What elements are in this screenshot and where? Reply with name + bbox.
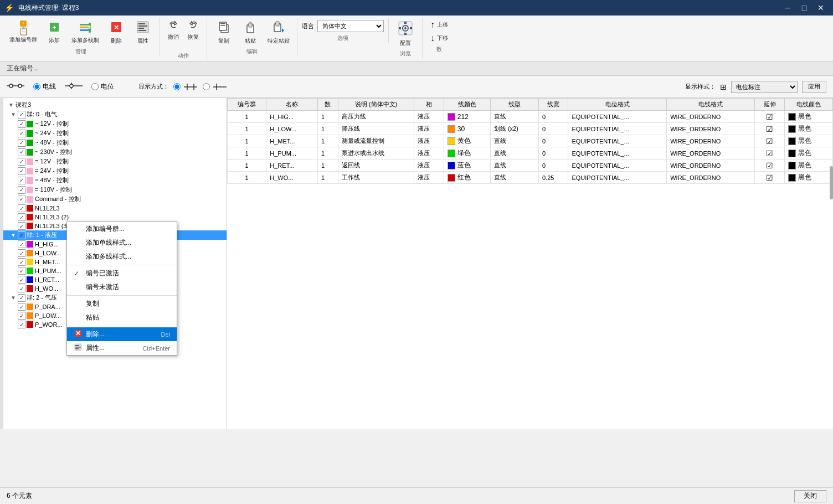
- close-window-button[interactable]: ✕: [813, 2, 829, 13]
- item-12v-checkbox[interactable]: [18, 120, 25, 128]
- table-row[interactable]: 1H_PUM...1泵进水或出水线液压 绿色 直线0EQUIPOTENTIAL_…: [228, 147, 833, 160]
- ctx-copy[interactable]: 复制: [67, 297, 177, 311]
- item-48v[interactable]: ~ 48V - 控制: [3, 138, 227, 147]
- group-2-checkbox[interactable]: [18, 294, 25, 302]
- item-nl1-3-checkbox[interactable]: [18, 222, 25, 230]
- item-dc24v-checkbox[interactable]: [18, 167, 25, 175]
- item-12v[interactable]: ~ 12V - 控制: [3, 119, 227, 128]
- cell-desc: 工作线: [338, 172, 414, 184]
- ctx-disable-numbering[interactable]: 编号未激活: [67, 280, 177, 294]
- item-24v[interactable]: ~ 24V - 控制: [3, 128, 227, 138]
- copy-button[interactable]: 复制: [212, 19, 236, 47]
- group-0-expand-icon[interactable]: ▼: [9, 111, 18, 117]
- group-2-expand-icon[interactable]: ▼: [9, 295, 18, 301]
- item-hret-checkbox[interactable]: [18, 276, 25, 284]
- item-dc12v-checkbox[interactable]: [18, 158, 25, 166]
- item-hhig-checkbox[interactable]: [18, 240, 25, 248]
- group-1-expand-icon[interactable]: ▼: [9, 232, 18, 238]
- minimize-button[interactable]: ─: [780, 2, 795, 13]
- wire-radio-label[interactable]: 电线: [33, 82, 56, 91]
- item-48v-checkbox[interactable]: [18, 139, 25, 147]
- ribbon-group-manage: + 📋 添加编号群 + 添加: [2, 18, 160, 56]
- item-hmet-checkbox[interactable]: [18, 258, 25, 266]
- potential-radio[interactable]: [91, 83, 99, 90]
- item-dc48v[interactable]: = 48V - 控制: [3, 176, 227, 185]
- ctx-paste[interactable]: 粘贴: [67, 311, 177, 325]
- add-group-button[interactable]: + 📋 添加编号群: [7, 19, 40, 45]
- properties-button[interactable]: 属性: [131, 19, 155, 47]
- undo-button[interactable]: 撤消: [164, 19, 182, 42]
- tree-root[interactable]: ▼ 课程3: [3, 100, 227, 110]
- potential-radio-label[interactable]: 电位: [91, 82, 114, 91]
- ctx-add-single-style[interactable]: 添加单线样式...: [67, 236, 177, 250]
- group-1-checkbox[interactable]: [18, 232, 25, 239]
- close-button[interactable]: 关闭: [794, 490, 826, 502]
- up-label: 上移: [437, 21, 448, 29]
- move-down-button[interactable]: ↓ 下移: [428, 32, 451, 44]
- display-mode-1-label[interactable]: [173, 81, 198, 92]
- display-mode-2-radio[interactable]: [203, 83, 210, 90]
- cell-name: H_HIG...: [266, 111, 318, 123]
- item-hpum-checkbox[interactable]: [18, 267, 25, 275]
- add-multi-button[interactable]: + 添加多线制: [69, 19, 102, 46]
- root-expand-icon[interactable]: ▼: [7, 102, 16, 108]
- cell-group: 1: [228, 123, 266, 135]
- group-0-item[interactable]: ▼ 群: 0 - 电气: [3, 110, 227, 119]
- item-dc110v[interactable]: = 110V - 控制: [3, 185, 227, 194]
- display-mode-2-label[interactable]: [203, 81, 228, 92]
- apply-button[interactable]: 应用: [802, 81, 826, 93]
- item-plow-checkbox[interactable]: [18, 312, 25, 320]
- add-button[interactable]: + 添加: [42, 19, 66, 46]
- item-dc12v[interactable]: = 12V - 控制: [3, 157, 227, 166]
- edit-group-label: 编辑: [246, 48, 258, 55]
- item-nl1[interactable]: NL1L2L3: [3, 204, 227, 213]
- item-nl1-2[interactable]: NL1L2L3 (2): [3, 213, 227, 222]
- table-row[interactable]: 1H_LOW...1降压线液压 30 划线 (x2)0EQUIPOTENTIAL…: [228, 123, 833, 135]
- item-pdra-checkbox[interactable]: [18, 303, 25, 311]
- config-button[interactable]: 配置: [393, 19, 418, 49]
- delete-button[interactable]: ✕ 删除: [104, 19, 128, 47]
- table-row[interactable]: 1H_MET...1测量或流量控制液压 黄色 直线0EQUIPOTENTIAL_…: [228, 135, 833, 147]
- cell-line-type: 直线: [490, 172, 538, 184]
- ctx-enable-numbering[interactable]: ✓ 编号已激活: [67, 266, 177, 280]
- ctx-add-multi-style[interactable]: 添加多线样式...: [67, 250, 177, 264]
- ctx-properties[interactable]: 属性... Ctrl+Enter: [67, 341, 177, 355]
- item-24v-checkbox[interactable]: [18, 130, 25, 137]
- item-command[interactable]: Command - 控制: [3, 194, 227, 204]
- up-arrow-icon: ↑: [430, 20, 435, 30]
- item-nl1-2-checkbox[interactable]: [18, 213, 25, 221]
- ribbon-group-num: ↑ 上移 ↓ 下移 数: [423, 18, 456, 54]
- wire-radio[interactable]: [33, 83, 40, 90]
- ctx-add-num-group[interactable]: 添加编号群...: [67, 222, 177, 236]
- paste-button[interactable]: 粘贴: [238, 19, 263, 47]
- table-panel: 编号群 名称 数 说明 (简体中文) 相 线颜色 线型 线宽 电位格式 电线格式…: [227, 98, 833, 429]
- display-style-select[interactable]: 电位标注 线号标注: [731, 81, 798, 93]
- move-up-button[interactable]: ↑ 上移: [428, 19, 451, 31]
- item-dc110v-checkbox[interactable]: [18, 186, 25, 194]
- item-dc110v-color: [27, 187, 33, 193]
- item-48v-color: [27, 140, 33, 146]
- redo-button[interactable]: 恢复: [184, 19, 202, 42]
- item-230v[interactable]: ~ 230V - 控制: [3, 147, 227, 157]
- bottom-bar: 6 个元素 关闭: [0, 487, 833, 504]
- maximize-button[interactable]: □: [796, 2, 812, 13]
- item-pwor-checkbox[interactable]: [18, 321, 25, 328]
- item-dc48v-checkbox[interactable]: [18, 177, 25, 184]
- table-row[interactable]: 1H_WO...1工作线液压 红色 直线0.25EQUIPOTENTIAL_..…: [228, 172, 833, 184]
- ctx-properties-shortcut: Ctrl+Enter: [142, 345, 170, 352]
- item-command-checkbox[interactable]: [18, 196, 25, 203]
- display-mode-1-radio[interactable]: [173, 83, 181, 90]
- group-0-checkbox[interactable]: [18, 111, 25, 119]
- item-dc24v[interactable]: = 24V - 控制: [3, 166, 227, 176]
- table-row[interactable]: 1H_RET...1返回线液压 蓝色 直线0EQUIPOTENTIAL_...W…: [228, 160, 833, 172]
- language-select[interactable]: 简体中文 English: [317, 20, 384, 32]
- item-hlow-checkbox[interactable]: [18, 249, 25, 257]
- item-230v-checkbox[interactable]: [18, 148, 25, 156]
- item-hwo-checkbox[interactable]: [18, 285, 25, 292]
- special-paste-button[interactable]: 特定粘贴: [265, 19, 292, 47]
- item-nl1-checkbox[interactable]: [18, 204, 25, 212]
- cell-phase: 液压: [414, 147, 444, 160]
- ctx-delete[interactable]: ✕ 删除... Del: [67, 327, 177, 341]
- table-row[interactable]: 1H_HIG...1高压力线液压 212 直线0EQUIPOTENTIAL_..…: [228, 111, 833, 123]
- potential-diagram-icon: [65, 79, 83, 94]
